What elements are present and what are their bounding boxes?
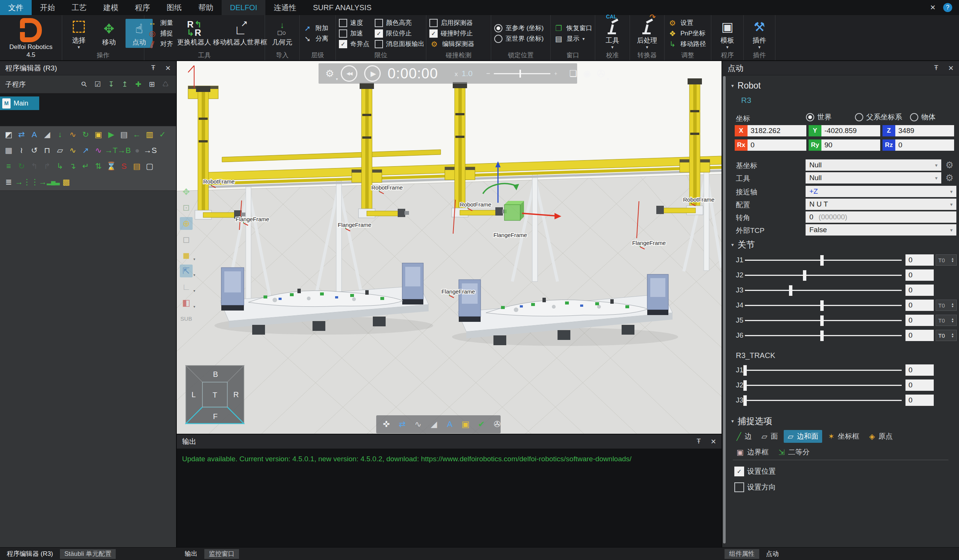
j1-value[interactable]: 0 (905, 255, 934, 266)
ry-field[interactable]: Ry90 (809, 140, 880, 151)
rz-field[interactable]: Rz0 (883, 140, 954, 151)
robot-section-header[interactable]: ▾ Robot (731, 81, 761, 91)
folder-icon[interactable]: ▱ (54, 143, 66, 156)
snap-bounding-box-button[interactable]: ▣边界框 (733, 446, 773, 459)
move-robot-world-frame-button[interactable]: ∟↗ 移动机器人世界框 (215, 19, 265, 48)
approach-axis-select[interactable]: +Z▾ (806, 186, 956, 197)
attach-button[interactable]: ➚附加 (303, 23, 328, 33)
j2-slider-thumb[interactable] (803, 270, 806, 281)
snap-origin-button[interactable]: ◈原点 (865, 430, 897, 443)
tab-connectivity[interactable]: 连通性 (265, 0, 304, 15)
signal-in-icon[interactable]: ⋮→ (31, 175, 47, 188)
tree-item-main[interactable]: M Main (0, 97, 39, 110)
add-point-icon[interactable]: ↓ (54, 128, 66, 140)
checkbox-limit-stop[interactable]: ✓限位停止 (375, 29, 424, 38)
tab-modeling[interactable]: 建模 (95, 0, 127, 15)
view-cube[interactable]: B L T R F (185, 365, 245, 424)
geometry-button[interactable]: ↓□○ 几何元 (269, 19, 296, 48)
lift-point-icon[interactable]: ↗ (79, 143, 92, 156)
j3-value[interactable]: 0 (905, 285, 934, 296)
close-icon[interactable]: ✕ (948, 64, 954, 72)
add-subprogram-icon[interactable]: ✚ (133, 80, 143, 89)
base-frame-select[interactable]: Null▾ (806, 159, 941, 171)
print-icon[interactable]: ≣ (2, 175, 15, 188)
x-field[interactable]: X3182.262 (735, 125, 806, 137)
base-frame-gear-icon[interactable]: ⚙ (945, 160, 954, 170)
tab-process[interactable]: 工艺 (63, 0, 95, 15)
template-button[interactable]: ▣ 模板▾ (714, 17, 741, 50)
to-subprogram-icon[interactable]: →S (143, 143, 157, 156)
frame-points-icon[interactable]: ▣ (459, 418, 472, 431)
record-video-button[interactable]: ◉ (583, 68, 591, 79)
joints-section-header[interactable]: ▾ 关节 (731, 239, 755, 251)
swap-robot-button[interactable]: R↰ ↳R 更换机器人 (176, 19, 212, 48)
external-tcp-select[interactable]: False▾ (806, 224, 956, 235)
radio-object[interactable]: 物体 (910, 112, 936, 122)
to-tool-icon[interactable]: →T (105, 143, 118, 156)
track-j1-value[interactable]: 0 (905, 364, 934, 376)
snap-options-header[interactable]: ▾ 捕捉选项 (731, 415, 773, 427)
plugins-button[interactable]: ⚒ 插件▾ (746, 17, 773, 50)
snap-frame-button[interactable]: ✶坐标框 (824, 430, 863, 443)
pin-icon[interactable]: Ŧ (697, 438, 701, 446)
statistics-icon[interactable]: ▂▅▃ (47, 175, 60, 188)
branch-icon[interactable]: ↳ (54, 159, 66, 172)
tool-select[interactable]: Null▾ (806, 172, 941, 183)
rewind-button[interactable]: ◀◀ (341, 65, 357, 82)
checkbox-stop-on-collision[interactable]: ✓碰撞时停止 (429, 29, 474, 38)
tab-component-properties[interactable]: 组件属性 (725, 549, 759, 559)
wait-icon[interactable]: ⌛ (105, 159, 118, 172)
settings-button[interactable]: ⚙设置 (667, 18, 706, 27)
track-j2-value[interactable]: 0 (905, 380, 934, 391)
jog-mode-icon[interactable]: ✜ (380, 418, 393, 431)
help-icon[interactable]: ? (943, 3, 952, 12)
postprocess-button[interactable]: ↷ 后处理▾ (634, 17, 661, 50)
select-button[interactable]: 选择▾ (65, 17, 92, 50)
rotate-icon[interactable]: ↺ (28, 143, 41, 156)
record-icon[interactable]: ● (131, 143, 143, 156)
sub-level-icon[interactable]: SUB (180, 312, 193, 325)
edit-path-icon[interactable]: ∿ (66, 128, 79, 140)
j1-slider[interactable] (745, 260, 902, 261)
robot-arm-icon[interactable]: ✇ (491, 418, 503, 431)
j5-value[interactable]: 0 (905, 315, 934, 326)
fit-all-icon[interactable]: ⊡ (180, 201, 193, 214)
play-button[interactable]: ▶ (364, 65, 381, 82)
speed-slider-track[interactable] (494, 73, 550, 74)
jump-back-icon[interactable]: ↰ (28, 159, 41, 172)
track-j1-slider-thumb[interactable] (743, 365, 747, 376)
radio-to-reference[interactable]: 至参考 (坐标) (494, 23, 543, 33)
j6-slider[interactable] (745, 335, 902, 336)
sync-icon[interactable]: ⇅ (92, 159, 105, 172)
speed-icon[interactable]: ← (131, 128, 143, 140)
y-field[interactable]: Y-4020.859 (809, 125, 880, 137)
trash-icon[interactable]: ♺ (160, 80, 171, 89)
wireframe-view-icon[interactable]: ◻ (180, 233, 193, 246)
checkbox-speed[interactable]: ✓速度 (339, 18, 370, 27)
close-icon[interactable]: ✕ (710, 438, 716, 446)
shaded-view-icon[interactable]: ◼▾ (180, 249, 193, 261)
track-j1-slider[interactable] (745, 370, 902, 371)
z-field[interactable]: Z3489 (883, 125, 954, 137)
checkbox-color-highlight[interactable]: ✓颜色高亮 (375, 18, 424, 27)
swap-mode-icon[interactable]: ⇄ (396, 418, 409, 431)
j6-slider-thumb[interactable] (820, 331, 824, 341)
path-magenta-icon[interactable]: ∿ (92, 143, 105, 156)
checkbox-message-panel-output[interactable]: ✓消息面板输出 (375, 39, 424, 49)
j1-slider-thumb[interactable] (820, 255, 824, 266)
frame-icon[interactable]: ▣ (92, 128, 105, 140)
window-close-icon[interactable]: ✕ (930, 3, 936, 12)
j6-turn-spinner[interactable]: T0▲▼ (936, 330, 957, 341)
assign-icon[interactable]: ≡ (2, 159, 15, 172)
export-pdf-button[interactable]: ❏ (570, 68, 578, 79)
j6-value[interactable]: 0 (905, 330, 934, 341)
close-icon[interactable]: ✕ (165, 64, 171, 72)
export-subprogram-icon[interactable]: ↥ (119, 80, 130, 89)
return-icon[interactable]: ↵ (79, 159, 92, 172)
tab-staubli-cell-config[interactable]: Stäubli 单元配置 (60, 549, 116, 559)
3d-viewport[interactable]: RobotFrame RobotFrame RobotFrame RobotFr… (177, 61, 722, 434)
configuration-select[interactable]: N U T▾ (806, 199, 956, 210)
note-icon[interactable]: ▢ (143, 159, 156, 172)
pin-icon[interactable]: Ŧ (151, 64, 155, 72)
tool-gear-icon[interactable]: ⚙ (945, 173, 954, 183)
